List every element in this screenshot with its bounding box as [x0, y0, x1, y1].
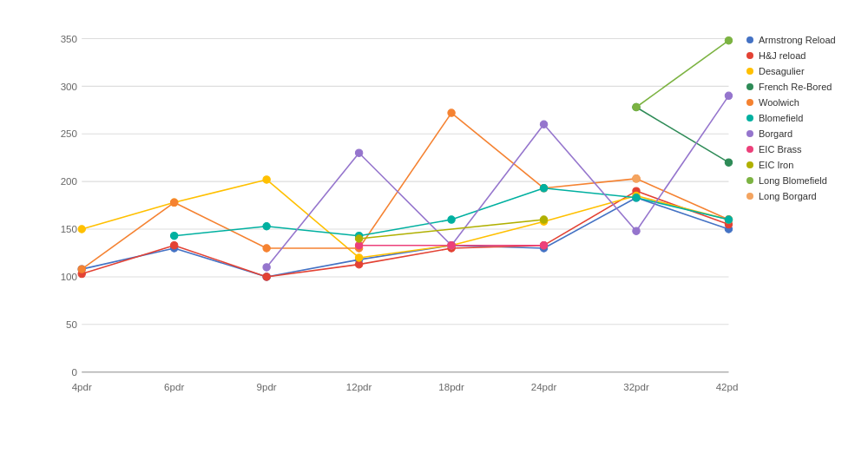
svg-text:0: 0: [72, 367, 77, 378]
chart-legend: Armstrong ReloadH&J reloadDesagulierFren…: [738, 26, 859, 417]
svg-point-99: [633, 194, 640, 201]
svg-text:9pdr: 9pdr: [257, 382, 277, 392]
svg-line-102: [359, 153, 451, 245]
svg-text:6pdr: 6pdr: [164, 382, 184, 392]
legend-dot: [746, 193, 753, 200]
chart-body: 0501001502002503003504pdr6pdr9pdr12pdr18…: [9, 26, 859, 417]
svg-point-97: [448, 216, 455, 223]
svg-point-118: [355, 235, 362, 242]
svg-text:300: 300: [61, 82, 77, 92]
svg-point-109: [540, 121, 547, 128]
legend-item: Blomefield: [746, 113, 859, 123]
svg-text:100: 100: [61, 272, 77, 282]
svg-line-88: [174, 227, 266, 236]
svg-point-65: [355, 254, 362, 261]
svg-point-100: [725, 216, 732, 223]
svg-point-107: [355, 149, 362, 156]
svg-line-92: [544, 188, 636, 198]
svg-line-77: [451, 113, 543, 188]
legend-label: French Re-Bored: [759, 82, 832, 92]
svg-line-57: [266, 180, 358, 258]
svg-line-101: [266, 153, 358, 267]
svg-point-98: [540, 185, 547, 192]
svg-point-72: [725, 159, 732, 166]
svg-line-93: [636, 198, 728, 220]
legend-dot: [746, 146, 753, 153]
legend-item: Long Borgard: [746, 191, 859, 201]
svg-line-42: [266, 265, 358, 277]
svg-point-80: [78, 266, 85, 273]
svg-line-89: [266, 227, 358, 236]
legend-label: EIC Brass: [759, 144, 802, 154]
legend-dot: [746, 68, 753, 75]
legend-dot: [746, 36, 753, 43]
main-chart-svg: 0501001502002503003504pdr6pdr9pdr12pdr18…: [43, 26, 738, 417]
legend-label: H&J reload: [759, 50, 806, 61]
svg-text:350: 350: [61, 34, 77, 44]
legend-item: Long Blomefield: [746, 175, 859, 186]
svg-point-48: [170, 241, 177, 248]
svg-line-55: [82, 202, 174, 229]
svg-point-110: [633, 227, 640, 234]
svg-point-49: [263, 273, 270, 280]
legend-item: Armstrong Reload: [746, 35, 859, 45]
svg-line-30: [544, 198, 636, 248]
legend-dot: [746, 52, 753, 59]
svg-line-120: [636, 41, 728, 108]
svg-text:32pdr: 32pdr: [623, 382, 649, 392]
legend-dot: [746, 99, 753, 106]
svg-point-81: [170, 199, 177, 206]
svg-text:150: 150: [61, 224, 77, 234]
svg-point-115: [448, 241, 455, 248]
legend-label: Borgard: [759, 128, 792, 139]
svg-point-121: [633, 103, 640, 110]
svg-text:250: 250: [61, 128, 77, 139]
legend-item: Woolwich: [746, 97, 859, 108]
svg-point-122: [725, 36, 732, 43]
legend-item: French Re-Bored: [746, 82, 859, 92]
svg-point-62: [78, 226, 85, 233]
svg-point-111: [725, 92, 732, 99]
svg-text:24pdr: 24pdr: [531, 382, 557, 392]
svg-text:42pdr: 42pdr: [716, 382, 738, 392]
svg-point-82: [263, 245, 270, 252]
legend-item: Desagulier: [746, 66, 859, 76]
legend-label: Blomefield: [759, 113, 803, 123]
svg-text:200: 200: [61, 176, 77, 187]
legend-dot: [746, 130, 753, 137]
legend-dot: [746, 115, 753, 122]
svg-text:4pdr: 4pdr: [72, 382, 92, 392]
svg-line-41: [174, 246, 266, 277]
svg-text:50: 50: [66, 319, 77, 330]
legend-item: EIC Iron: [746, 160, 859, 170]
svg-point-116: [540, 241, 547, 248]
svg-point-106: [263, 264, 270, 271]
legend-dot: [746, 161, 753, 168]
legend-label: Desagulier: [759, 66, 805, 76]
svg-text:18pdr: 18pdr: [438, 382, 464, 392]
svg-point-94: [170, 232, 177, 239]
chart-area: 0501001502002503003504pdr6pdr9pdr12pdr18…: [43, 26, 738, 417]
svg-line-91: [451, 188, 543, 220]
legend-label: Woolwich: [759, 97, 799, 108]
svg-line-78: [544, 179, 636, 188]
legend-label: Long Borgard: [759, 191, 817, 201]
legend-label: Armstrong Reload: [759, 35, 836, 45]
legend-dot: [746, 83, 753, 90]
svg-line-56: [174, 180, 266, 202]
svg-point-84: [448, 109, 455, 116]
svg-line-27: [266, 260, 358, 277]
chart-container: 0501001502002503003504pdr6pdr9pdr12pdr18…: [0, 0, 868, 460]
svg-line-74: [174, 202, 266, 248]
svg-line-104: [544, 124, 636, 231]
svg-point-123: [633, 175, 640, 182]
legend-item: EIC Brass: [746, 144, 859, 154]
svg-point-95: [263, 223, 270, 230]
legend-label: EIC Iron: [759, 160, 793, 170]
legend-item: H&J reload: [746, 50, 859, 61]
svg-line-59: [451, 221, 543, 245]
legend-item: Borgard: [746, 128, 859, 139]
svg-point-64: [263, 176, 270, 183]
svg-text:12pdr: 12pdr: [346, 382, 372, 392]
legend-label: Long Blomefield: [759, 175, 827, 186]
